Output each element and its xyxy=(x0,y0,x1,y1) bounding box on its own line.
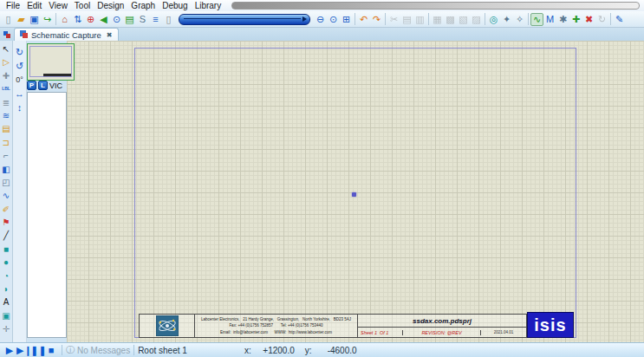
buses-icon[interactable]: ≋ xyxy=(1,109,12,122)
cursor-coordinates: x: +1200.0 y: -4600.0 xyxy=(244,346,357,355)
menu-library[interactable]: Library xyxy=(192,1,225,10)
minimap-sheet-outline xyxy=(29,46,72,77)
marker-icon[interactable]: ✛ xyxy=(1,322,12,335)
menu-debug[interactable]: Debug xyxy=(159,1,191,10)
link-icon[interactable]: ≡ xyxy=(149,13,162,26)
mirror-vertical-icon[interactable]: ↕ xyxy=(14,101,26,114)
import-icon[interactable]: ↪ xyxy=(41,13,54,26)
subcircuit-icon[interactable]: ▤ xyxy=(1,122,12,135)
step-button[interactable]: ▶❙ xyxy=(16,345,30,356)
title-block: Labcenter Electronics, 21 Hardy Grange, … xyxy=(139,314,527,338)
library-button[interactable]: L xyxy=(38,81,48,90)
menu-tool[interactable]: Tool xyxy=(71,1,94,10)
2d-arc-icon[interactable]: ◔ xyxy=(1,269,12,282)
zoom-slider-arrow-icon xyxy=(302,16,307,22)
script-icon[interactable]: S xyxy=(136,13,149,26)
y-label: y: xyxy=(305,346,312,355)
pcb-layout-icon[interactable]: M xyxy=(543,13,556,26)
notes-icon[interactable]: ▯ xyxy=(162,13,175,26)
tab-close-icon[interactable]: ✖ xyxy=(107,31,113,39)
play-button[interactable]: ▶ xyxy=(3,345,16,356)
copy-icon[interactable]: ▤ xyxy=(400,13,413,26)
date-label: 2021.04.01 xyxy=(481,330,526,334)
schematic-canvas[interactable]: Labcenter Electronics, 21 Hardy Grange, … xyxy=(67,41,644,342)
stop-button[interactable]: ■ xyxy=(44,345,58,355)
zoom-all-icon[interactable]: ⊞ xyxy=(340,13,353,26)
new-file-icon[interactable]: ▯ xyxy=(2,13,15,26)
2d-path-icon[interactable]: ◗ xyxy=(1,282,12,295)
pan-icon[interactable]: ◀ xyxy=(97,13,110,26)
current-probe-icon[interactable]: ⚑ xyxy=(1,216,12,229)
block-delete-icon[interactable]: ▨ xyxy=(470,13,483,26)
wrench-icon[interactable]: ✦ xyxy=(500,13,513,26)
zoom-window-icon[interactable]: ⊙ xyxy=(327,13,340,26)
erc-check-icon[interactable]: ∿ xyxy=(530,13,543,26)
revision-label: REVISION: @REV xyxy=(403,330,481,335)
message-text: No Messages xyxy=(77,346,130,355)
block-copy-icon[interactable]: ▦ xyxy=(431,13,444,26)
toolbar-separator xyxy=(485,13,485,25)
2d-symbol-icon[interactable]: ▣ xyxy=(1,309,12,322)
2d-circle-icon[interactable]: ● xyxy=(1,256,12,269)
refresh-icon[interactable]: ↻ xyxy=(595,13,608,26)
save-icon[interactable]: ▣ xyxy=(28,13,41,26)
generator-icon[interactable]: ∿ xyxy=(1,189,12,202)
x-value: +1200.0 xyxy=(251,346,295,355)
2d-box-icon[interactable]: ■ xyxy=(1,243,12,256)
tab-bar: Schematic Capture ✖ xyxy=(0,28,644,41)
2d-text-icon[interactable]: A xyxy=(1,295,12,308)
redo-icon[interactable]: ↷ xyxy=(370,13,383,26)
object-selector-list[interactable] xyxy=(27,92,67,338)
cut-icon[interactable]: ✂ xyxy=(387,13,400,26)
tab-schematic-capture[interactable]: Schematic Capture ✖ xyxy=(14,28,119,41)
block-move-icon[interactable]: ▩ xyxy=(444,13,457,26)
tape-recorder-icon[interactable]: ◰ xyxy=(1,176,12,189)
pause-button[interactable]: ❚❚ xyxy=(30,345,44,356)
menu-view[interactable]: View xyxy=(45,1,71,10)
device-pins-icon[interactable]: ⌐ xyxy=(1,149,12,162)
rotate-anticlockwise-icon[interactable]: ↺ xyxy=(14,60,26,72)
menu-graph[interactable]: Graph xyxy=(127,1,159,10)
voltage-probe-icon[interactable]: ✐ xyxy=(1,203,12,216)
wire-label-icon[interactable]: LBL xyxy=(1,82,12,95)
2d-line-icon[interactable]: ╱ xyxy=(1,229,12,242)
menu-design[interactable]: Design xyxy=(94,1,127,10)
toolbar-separator xyxy=(385,13,386,25)
text-script-icon[interactable]: ≣ xyxy=(1,96,12,109)
junction-dot-icon[interactable]: ✚ xyxy=(1,69,12,82)
overview-minimap[interactable] xyxy=(27,43,75,81)
menu-edit[interactable]: Edit xyxy=(23,1,45,10)
graph-mode-icon[interactable]: ◧ xyxy=(1,163,12,176)
terminals-icon[interactable]: ⊐ xyxy=(1,136,12,149)
zoom-out-icon[interactable]: ⊖ xyxy=(314,13,327,26)
mirror-horizontal-icon[interactable]: ↔ xyxy=(14,88,26,100)
undo-icon[interactable]: ↶ xyxy=(357,13,370,26)
component-mode-icon[interactable]: ▷ xyxy=(1,55,12,68)
toolbar-separator xyxy=(55,13,56,25)
design-explorer-icon[interactable]: ◎ xyxy=(487,13,500,26)
rotate-clockwise-icon[interactable]: ↻ xyxy=(14,46,26,58)
selection-mode-icon[interactable]: ↖ xyxy=(1,42,12,55)
atom-logo-icon xyxy=(156,315,179,336)
new-sheet-icon[interactable]: ✚ xyxy=(569,13,582,26)
origin-marker xyxy=(352,192,356,197)
orientation-toolbar: ↻ ↺ 0° ↔ ↕ xyxy=(13,41,27,342)
edit-design-icon[interactable]: ✎ xyxy=(613,13,626,26)
fit-sheet-icon[interactable]: ⇅ xyxy=(71,13,84,26)
remove-sheet-icon[interactable]: ✖ xyxy=(582,13,595,26)
center-at-cursor-icon[interactable]: ⊕ xyxy=(84,13,97,26)
menu-file[interactable]: File xyxy=(3,1,23,10)
open-folder-icon[interactable]: ▰ xyxy=(15,13,28,26)
block-rotate-icon[interactable]: ▧ xyxy=(457,13,470,26)
zoom-slider[interactable] xyxy=(179,14,310,25)
pick-devices-button[interactable]: P xyxy=(27,81,36,90)
bom-icon[interactable]: ▤ xyxy=(123,13,136,26)
address-line-2: Fax: +44 (0)1756 752857 Tel: +44 (0)1756… xyxy=(229,322,322,329)
find-icon[interactable]: ⊙ xyxy=(110,13,123,26)
tools-icon[interactable]: ✱ xyxy=(556,13,569,26)
hammer-icon[interactable]: ✧ xyxy=(513,13,526,26)
paste-icon[interactable]: ▥ xyxy=(413,13,426,26)
labcenter-logo-cell xyxy=(140,315,195,337)
minimap-titleblock-bar xyxy=(43,74,71,76)
home-icon[interactable]: ⌂ xyxy=(58,13,71,26)
